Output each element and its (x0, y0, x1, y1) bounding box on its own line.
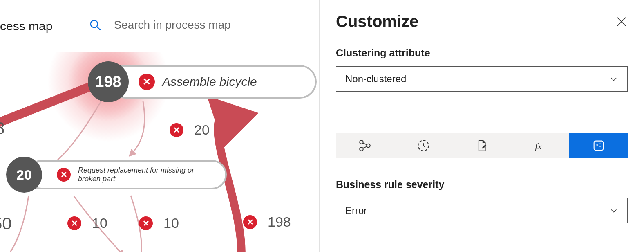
process-node-request[interactable]: ✕ Request replacement for missing or bro… (6, 157, 42, 193)
select-value: Error (345, 205, 367, 216)
tab-file[interactable] (453, 133, 511, 158)
clock-icon (416, 139, 430, 153)
error-icon: ✕ (243, 215, 257, 229)
svg-point-6 (367, 144, 371, 148)
graph-icon (358, 139, 372, 153)
error-icon: ✕ (57, 168, 71, 182)
edge-count: 10 (163, 215, 179, 231)
clustering-attribute-label: Clustering attribute (336, 47, 628, 59)
panel-title: Customize (336, 12, 418, 31)
svg-line-1 (97, 26, 101, 30)
edge-count: 10 (92, 215, 107, 231)
edge-count: 20 (194, 122, 210, 138)
file-edit-icon (475, 139, 489, 153)
process-map-pane: t process map (0, 0, 320, 252)
tab-formula[interactable]: fx (511, 133, 569, 158)
node-pill[interactable]: ✕ Assemble bicycle (108, 65, 317, 99)
svg-point-4 (360, 140, 364, 144)
edge-label: ✕ 198 (243, 214, 291, 230)
edge-label: ✕ 10 (67, 215, 107, 231)
search-icon (89, 19, 101, 31)
business-rule-severity-select[interactable]: Error (336, 198, 628, 223)
svg-text:fx: fx (535, 141, 541, 151)
tab-duration[interactable] (394, 133, 453, 158)
customize-tabstrip: fx (336, 133, 628, 158)
edge-label: ✕ 10 (139, 215, 179, 231)
node-label: Assemble bicycle (162, 75, 257, 89)
clustering-attribute-select[interactable]: Non-clustered (336, 66, 628, 92)
customize-panel: Customize Clustering attribute Non-clust… (320, 0, 644, 252)
node-count-badge: 198 (88, 61, 129, 102)
chevron-down-icon (609, 206, 618, 215)
search-field-wrap[interactable] (85, 16, 281, 36)
edge-count-partial: 50 (0, 214, 12, 234)
process-map-canvas[interactable]: 8 50 ✕ Assemble bicycle 198 ✕ Request re… (0, 52, 319, 252)
select-value: Non-clustered (345, 73, 406, 85)
business-rule-severity-label: Business rule severity (336, 179, 628, 191)
close-button[interactable] (615, 16, 628, 28)
error-icon: ✕ (67, 216, 81, 230)
svg-rect-9 (594, 141, 603, 151)
error-icon: ✕ (170, 123, 183, 137)
edge-count-partial: 8 (0, 119, 4, 138)
fx-icon: fx (533, 139, 547, 153)
node-label: Request replacement for missing or broke… (78, 166, 213, 183)
error-icon: ✕ (139, 74, 155, 90)
process-node-assemble[interactable]: ✕ Assemble bicycle 198 (88, 61, 129, 102)
process-map-title-fragment: t process map (0, 19, 69, 33)
svg-point-5 (360, 147, 364, 151)
error-icon: ✕ (139, 216, 153, 230)
panel-divider (320, 112, 644, 112)
node-count-badge: 20 (6, 157, 42, 193)
edge-count: 198 (268, 214, 291, 230)
tab-graph[interactable] (336, 133, 394, 158)
search-input[interactable] (114, 18, 277, 32)
process-map-toolbar: t process map (0, 0, 319, 52)
svg-point-0 (91, 20, 98, 27)
close-icon (615, 16, 628, 28)
node-pill[interactable]: ✕ Request replacement for missing or bro… (27, 160, 227, 189)
tab-rules[interactable] (569, 133, 628, 158)
rules-icon (592, 139, 606, 153)
chevron-down-icon (609, 74, 618, 83)
edge-label: ✕ 20 (170, 122, 210, 138)
